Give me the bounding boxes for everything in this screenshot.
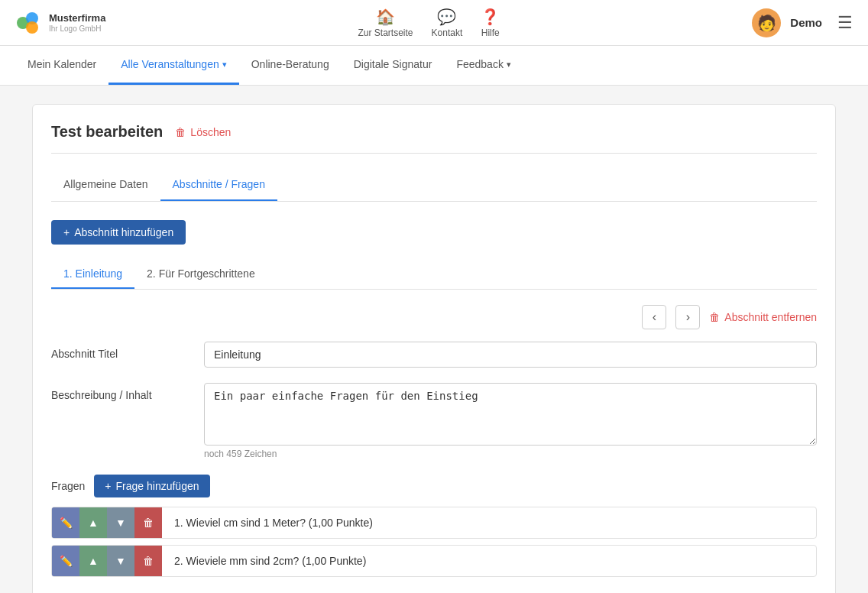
question-row: ✏️ ▲ ▼ 🗑 1. Wieviel cm sind 1 Meter? (1,… — [51, 507, 817, 539]
edit-question-2-button[interactable]: ✏️ — [52, 546, 79, 576]
page-title: Test bearbeiten — [51, 123, 163, 141]
prev-section-button[interactable]: ‹ — [642, 305, 666, 329]
question-actions-2: ✏️ ▲ ▼ 🗑 — [52, 546, 162, 576]
section-tabs: 1. Einleitung 2. Für Fortgeschrittene — [51, 260, 817, 290]
remove-section-button[interactable]: 🗑 Abschnitt entfernen — [709, 311, 817, 323]
header: Musterfirma Ihr Logo GmbH 🏠 Zur Startsei… — [0, 0, 868, 46]
section-description-textarea[interactable] — [204, 383, 817, 446]
move-down-question-1-button[interactable]: ▼ — [107, 507, 134, 538]
questions-list: ✏️ ▲ ▼ 🗑 1. Wieviel cm sind 1 Meter? (1,… — [51, 507, 817, 577]
tab-veranstaltungen[interactable]: Alle Veranstaltungen ▾ — [108, 46, 238, 85]
question-actions-1: ✏️ ▲ ▼ 🗑 — [52, 507, 162, 538]
nav-hilfe-label: Hilfe — [481, 28, 500, 38]
tab-signatur[interactable]: Digitale Signatur — [342, 46, 445, 85]
svg-point-2 — [26, 21, 38, 34]
chevron-left-icon: ‹ — [653, 310, 656, 324]
section-description-label: Beschreibung / Inhalt — [51, 383, 204, 401]
tab-abschnitte-fragen[interactable]: Abschnitte / Fragen — [160, 169, 277, 201]
add-question-button[interactable]: + Frage hinzufügen — [94, 475, 209, 497]
brand-text: Musterfirma Ihr Logo GmbH — [49, 12, 105, 33]
move-up-question-2-button[interactable]: ▲ — [79, 546, 107, 576]
edit-question-1-button[interactable]: ✏️ — [52, 507, 79, 538]
questions-label: Fragen — [51, 480, 85, 492]
contact-icon: 💬 — [437, 8, 456, 26]
help-icon: ❓ — [481, 8, 500, 26]
brand-name: Musterfirma — [49, 12, 105, 24]
delete-question-2-button[interactable]: 🗑 — [134, 546, 162, 576]
tab-kalender[interactable]: Mein Kalender — [15, 46, 108, 85]
section-controls: ‹ › 🗑 Abschnitt entfernen — [51, 305, 817, 329]
plus-icon-question: + — [105, 480, 111, 492]
logo-area: Musterfirma Ihr Logo GmbH — [15, 9, 105, 37]
brand-tagline: Ihr Logo GmbH — [49, 24, 105, 33]
chevron-right-icon: › — [686, 310, 690, 324]
move-up-question-1-button[interactable]: ▲ — [79, 507, 107, 538]
plus-icon: + — [63, 226, 70, 238]
section-tab-einleitung[interactable]: 1. Einleitung — [51, 260, 134, 289]
delete-question-1-button[interactable]: 🗑 — [134, 507, 162, 538]
section-title-label: Abschnitt Titel — [51, 342, 204, 360]
tab-allgemeine-daten[interactable]: Allgemeine Daten — [51, 169, 160, 201]
nav-kontakt[interactable]: 💬 Kontakt — [432, 8, 463, 38]
question-text-1: 1. Wieviel cm sind 1 Meter? (1,00 Punkte… — [162, 509, 816, 536]
question-text-2: 2. Wieviele mm sind 2cm? (1,00 Punkte) — [162, 547, 816, 575]
content-card: Test bearbeiten 🗑 Löschen Allgemeine Dat… — [32, 104, 836, 593]
header-right: 🧑 Demo ☰ — [752, 8, 853, 37]
tab-beratung[interactable]: Online-Beratung — [239, 46, 342, 85]
nav-startseite-label: Zur Startseite — [358, 28, 413, 38]
questions-header: Fragen + Frage hinzufügen — [51, 475, 817, 497]
move-down-question-2-button[interactable]: ▼ — [107, 546, 134, 576]
trash-icon-section: 🗑 — [709, 311, 720, 323]
textarea-wrapper: noch 459 Zeichen — [204, 383, 817, 459]
nav-hilfe[interactable]: ❓ Hilfe — [481, 8, 500, 38]
page-header: Test bearbeiten 🗑 Löschen — [51, 123, 817, 154]
nav-startseite[interactable]: 🏠 Zur Startseite — [358, 8, 413, 38]
main-content: Test bearbeiten 🗑 Löschen Allgemeine Dat… — [14, 86, 854, 593]
section-description-row: Beschreibung / Inhalt noch 459 Zeichen — [51, 383, 817, 459]
delete-button[interactable]: 🗑 Löschen — [175, 126, 231, 138]
next-section-button[interactable]: › — [675, 305, 700, 329]
avatar: 🧑 — [752, 8, 781, 37]
header-navigation: 🏠 Zur Startseite 💬 Kontakt ❓ Hilfe — [358, 8, 500, 38]
section-title-input[interactable] — [204, 342, 817, 368]
section-tab-fortgeschrittene[interactable]: 2. Für Fortgeschrittene — [134, 260, 267, 289]
add-section-button[interactable]: + Abschnitt hinzufügen — [51, 220, 186, 245]
chevron-down-icon: ▾ — [222, 60, 227, 70]
tab-feedback[interactable]: Feedback ▾ — [444, 46, 523, 85]
chevron-down-icon-feedback: ▾ — [507, 60, 511, 70]
menu-icon[interactable]: ☰ — [837, 13, 853, 33]
char-count: noch 459 Zeichen — [204, 449, 817, 459]
user-name: Demo — [790, 16, 822, 29]
nav-tabs: Mein Kalender Alle Veranstaltungen ▾ Onl… — [0, 46, 868, 86]
nav-kontakt-label: Kontakt — [432, 28, 463, 38]
content-tabs: Allgemeine Daten Abschnitte / Fragen — [51, 169, 817, 202]
trash-icon: 🗑 — [175, 126, 186, 138]
question-row: ✏️ ▲ ▼ 🗑 2. Wieviele mm sind 2cm? (1,00 … — [51, 545, 817, 577]
logo-icon — [15, 9, 43, 37]
home-icon: 🏠 — [376, 8, 395, 26]
section-title-row: Abschnitt Titel — [51, 342, 817, 368]
